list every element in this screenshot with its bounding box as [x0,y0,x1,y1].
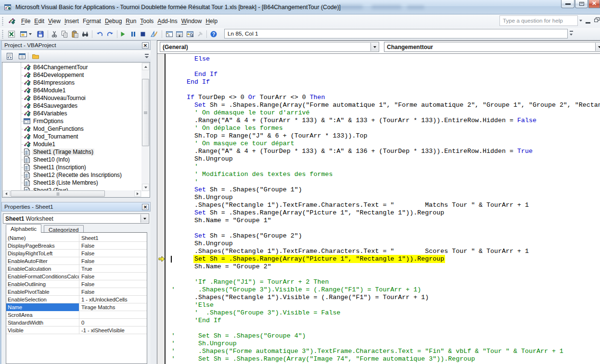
property-row-enableautofilter[interactable]: EnableAutoFilterFalse [6,257,147,265]
toolbar-options-icon[interactable] [569,30,574,37]
question-dropdown-icon[interactable] [579,20,582,23]
property-row-name[interactable]: (Name)Sheet1 [6,234,147,242]
object-browser-button[interactable] [185,30,195,38]
tree-item-b64impressions[interactable]: B64Impressions [2,79,141,87]
tab-alphabetic[interactable]: Alphabetic [6,224,41,233]
object-combo-arrow-icon[interactable] [370,43,378,51]
project-panel-titlebar[interactable]: Project - VBAProject ✕ [1,40,151,50]
run-sub-button[interactable] [118,30,128,38]
menu-insert[interactable]: Insert [63,16,81,26]
property-row-enableoutlining[interactable]: EnableOutliningFalse [6,280,147,288]
menu-file[interactable]: File [19,16,32,26]
property-row-visible[interactable]: Visible-1 - xlSheetVisible [6,326,147,334]
question-input[interactable]: Type a question for help [499,15,578,26]
property-row-scrollarea[interactable]: ScrollArea [6,311,147,319]
tree-item-sheet12-recette-des-inscriptions[interactable]: Sheet12 (Recette des Inscriptions) [2,171,141,179]
code-line-19: Sh.Ungroup [171,194,600,201]
code-line-3: End If [171,71,600,78]
restore-button[interactable] [575,0,588,8]
tree-item-b64sauvegardes[interactable]: B64Sauvegardes [2,102,141,110]
code-editor[interactable]: Else End If End If If TourDep <> 0 Or To… [166,54,600,364]
toolbar-grip[interactable] [2,30,3,38]
scroll-down-icon[interactable] [142,184,149,191]
paste-button[interactable] [70,30,80,38]
tree-vscrollbar[interactable] [141,63,150,191]
object-combo-dropdown-icon[interactable] [140,214,148,223]
redo-button[interactable] [105,30,115,38]
project-explorer-button[interactable] [165,30,174,38]
scroll-up-icon[interactable] [142,63,149,70]
close-button[interactable]: ✕ [588,0,600,8]
tree-item-module1[interactable]: Module1 [2,140,141,148]
tree-item-sheet18-liste-membres[interactable]: Sheet18 (Liste Membres) [2,179,141,187]
window-title: Microsoft Visual Basic for Applications … [15,4,341,11]
menu-add-ins[interactable]: Add-Ins [155,16,179,26]
scroll-right-icon[interactable] [134,190,141,197]
view-object-button[interactable] [17,52,27,61]
find-button[interactable] [80,30,90,38]
view-code-button[interactable] [5,52,14,61]
property-row-displayrighttoleft[interactable]: DisplayRightToLeftFalse [6,250,147,257]
menubar-grip[interactable] [2,17,3,25]
tree-hscrollbar[interactable] [2,190,141,197]
tree-item-b64nouveautournoi[interactable]: B64NouveauTournoi [2,94,141,102]
project-close-icon[interactable]: ✕ [142,42,149,49]
tree-item-b64changementtour[interactable]: B64ChangementTour [2,63,141,71]
tree-item-frmoptions[interactable]: FrmOptions [2,117,141,125]
property-grid: (Name)Sheet1DisplayPageBreaksFalseDispla… [6,232,147,364]
toolbox-button[interactable] [196,30,205,38]
property-row-enablecalculation[interactable]: EnableCalculationTrue [6,265,147,273]
property-row-enableselection[interactable]: EnableSelection1 - xlUnlockedCells [6,296,147,303]
property-row-standardwidth[interactable]: StandardWidth0 [6,319,147,326]
tree-item-b64module1[interactable]: B64Module1 [2,87,141,94]
tree-item-sheet11-inscription[interactable]: Sheet11 (Inscription) [2,163,141,171]
menu-edit[interactable]: Edit [32,16,46,26]
tree-vscroll-thumb[interactable] [142,79,149,146]
insert-userform-button[interactable] [19,30,28,38]
property-row-enableformatconditionscalculation[interactable]: EnableFormatConditionsCalculationFalse [6,273,147,280]
procedure-combo[interactable]: Changementtour [384,42,600,52]
properties-panel-titlebar[interactable]: Properties - Sheet1 ✕ [1,202,151,212]
minimize-button[interactable] [561,0,574,8]
tree-hscroll-thumb[interactable] [11,190,105,197]
save-button[interactable] [36,30,45,38]
help-button[interactable]: ? [209,30,218,38]
reset-button[interactable] [138,30,148,38]
module-window-icon[interactable] [8,17,15,25]
tree-item-mod-tournament[interactable]: Mod_Tournament [2,133,141,140]
code-line-18: Set Sh = .Shapes("Groupe 1") [171,186,600,194]
tree-item-b64variables[interactable]: B64Variables [2,110,141,117]
menu-window[interactable]: Window [179,16,204,26]
child-restore-icon[interactable] [594,17,600,23]
design-mode-button[interactable] [149,30,159,38]
object-selector-combo[interactable]: Sheet1 Worksheet [3,213,149,224]
menu-format[interactable]: Format [81,16,103,26]
menu-view[interactable]: View [46,16,63,26]
insert-userform-dropdown-icon[interactable] [29,33,32,37]
cut-button[interactable] [50,30,59,38]
project-toolbar-options-icon[interactable] [144,54,150,60]
property-row-name[interactable]: NameTirage Matchs [6,303,147,311]
view-microsoft-excel-button[interactable] [7,30,16,38]
tree-item-mod-genfunctions[interactable]: Mod_GenFunctions [2,125,141,133]
scroll-left-icon[interactable] [3,190,10,197]
menu-debug[interactable]: Debug [103,16,124,26]
properties-close-icon[interactable]: ✕ [142,204,149,210]
menu-run[interactable]: Run [124,16,138,26]
toggle-folders-button[interactable] [31,52,40,61]
property-row-displaypagebreaks[interactable]: DisplayPageBreaksFalse [6,242,147,250]
tree-item-b64developpement[interactable]: B64Developpement [2,71,141,79]
copy-button[interactable] [60,30,69,38]
menu-tools[interactable]: Tools [138,16,155,26]
vba-app-icon [4,3,12,11]
procedure-combo-arrow-icon[interactable] [595,43,600,51]
object-combo[interactable]: (General) [160,42,379,52]
break-button[interactable] [128,30,138,38]
menu-help[interactable]: Help [204,16,219,26]
undo-button[interactable] [95,30,104,38]
property-row-enablepivottable[interactable]: EnablePivotTableFalse [6,288,147,296]
child-minimize-icon[interactable] [586,22,590,24]
properties-window-button[interactable] [175,30,184,38]
tree-item-sheet10-info[interactable]: Sheet10 (Info) [2,156,141,163]
tree-item-sheet1-tirage-matchs[interactable]: Sheet1 (Tirage Matchs) [2,148,141,156]
